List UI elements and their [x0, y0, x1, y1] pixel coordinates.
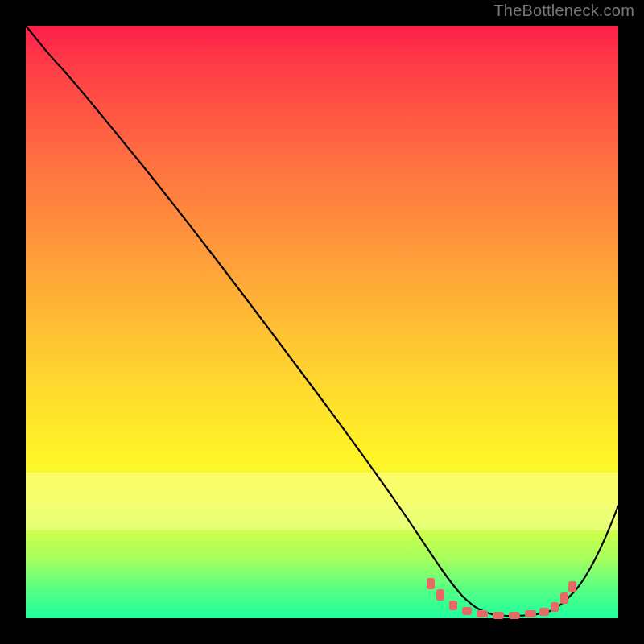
- svg-rect-7: [525, 610, 536, 617]
- svg-rect-8: [539, 608, 549, 616]
- bottleneck-curve: [26, 26, 618, 616]
- svg-rect-1: [436, 589, 444, 601]
- svg-rect-10: [560, 592, 568, 604]
- svg-rect-3: [462, 607, 472, 615]
- chart-canvas: TheBottleneck.com: [0, 0, 644, 644]
- svg-rect-11: [568, 581, 576, 592]
- svg-rect-4: [477, 610, 488, 617]
- svg-rect-2: [449, 601, 457, 610]
- svg-rect-5: [493, 612, 504, 619]
- svg-rect-9: [551, 602, 559, 612]
- optimal-markers: [427, 578, 576, 619]
- curve-layer: [26, 26, 618, 618]
- plot-area: [26, 26, 618, 618]
- watermark-text: TheBottleneck.com: [493, 2, 634, 20]
- svg-rect-0: [427, 578, 435, 589]
- svg-rect-6: [509, 612, 520, 619]
